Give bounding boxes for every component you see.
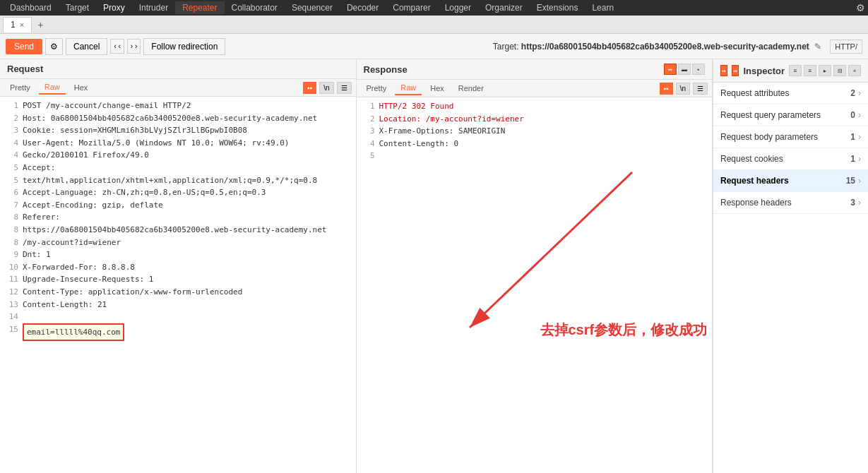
inspector-items-list: Request attributes 2 › Request query par… bbox=[713, 83, 868, 214]
nav-proxy[interactable]: Proxy bbox=[96, 1, 132, 14]
inspector-icon-4[interactable]: ⊟ bbox=[833, 65, 846, 76]
request-tab-pretty[interactable]: Pretty bbox=[4, 81, 36, 94]
inspector-icon-1[interactable]: ≡ bbox=[789, 65, 802, 76]
inspector-item-count: 1 bbox=[850, 154, 855, 164]
inspector-chevron-icon: › bbox=[858, 132, 861, 142]
line-number: 15 bbox=[6, 323, 18, 342]
line-number: 1 bbox=[6, 100, 18, 112]
inspector-item-3[interactable]: Request cookies 1 › bbox=[713, 148, 868, 170]
follow-redirection-button[interactable]: Follow redirection bbox=[143, 38, 225, 55]
line-number: 8 bbox=[6, 211, 18, 224]
request-line: /my-account?id=wiener bbox=[23, 236, 121, 249]
inspector-item-label: Request attributes bbox=[720, 88, 850, 98]
toolbar-settings-button[interactable]: ⚙ bbox=[45, 38, 63, 55]
inspector-item-label: Request body parameters bbox=[720, 132, 850, 142]
nav-comparer[interactable]: Comparer bbox=[386, 1, 437, 14]
nav-next-button[interactable]: › › bbox=[127, 39, 141, 54]
inspector-view-icon-1[interactable]: ▪▪ bbox=[720, 65, 727, 76]
response-view-icon-btn[interactable]: ▪▪ bbox=[660, 83, 673, 95]
inspector-item-count: 0 bbox=[850, 110, 855, 120]
response-wrap-button[interactable]: \n bbox=[676, 83, 690, 95]
toolbar: Send ⚙ Cancel ‹ ‹ › › Follow redirection… bbox=[0, 34, 868, 59]
response-content[interactable]: 1HTTP/2 302 Found2Location: /my-account?… bbox=[357, 97, 713, 473]
line-number: 5 bbox=[362, 150, 375, 162]
request-line: Upgrade-Insecure-Requests: 1 bbox=[23, 273, 153, 286]
request-view-icon-1[interactable]: ▪▪ bbox=[303, 82, 316, 94]
response-menu-button[interactable]: ☰ bbox=[693, 83, 708, 95]
request-wrap-button[interactable]: \n bbox=[319, 82, 333, 94]
tab-label: 1 bbox=[11, 20, 16, 30]
request-tab-hex[interactable]: Hex bbox=[69, 81, 94, 94]
line-number: 6 bbox=[6, 186, 18, 199]
inspector-item-4[interactable]: Request headers 15 › bbox=[713, 170, 868, 192]
response-tab-pretty[interactable]: Pretty bbox=[361, 82, 393, 95]
add-tab-button[interactable]: + bbox=[32, 18, 49, 32]
inspector-item-count: 2 bbox=[850, 88, 855, 98]
settings-icon[interactable]: ⚙ bbox=[856, 2, 865, 13]
line-number: 10 bbox=[6, 261, 18, 274]
line-number: 1 bbox=[362, 100, 375, 113]
nav-collaborator[interactable]: Collaborator bbox=[225, 1, 285, 14]
request-line: Gecko/20100101 Firefox/49.0 bbox=[23, 149, 149, 162]
request-line: Content-Length: 21 bbox=[23, 299, 107, 311]
response-panel-toolbar: Pretty Raw Hex Render ▪▪ \n ☰ bbox=[357, 80, 713, 97]
nav-organizer[interactable]: Organizer bbox=[478, 1, 530, 14]
request-content[interactable]: 1POST /my-account/change-email HTTP/22Ho… bbox=[0, 97, 356, 473]
cancel-button[interactable]: Cancel bbox=[66, 38, 107, 55]
inspector-item-label: Response headers bbox=[720, 198, 850, 208]
target-info: Target: https://0a68001504bb405682ca6b34… bbox=[493, 42, 821, 52]
response-tab-raw[interactable]: Raw bbox=[395, 81, 422, 95]
inspector-icon-5[interactable]: + bbox=[848, 65, 861, 76]
inspector-item-0[interactable]: Request attributes 2 › bbox=[713, 83, 868, 104]
nav-logger[interactable]: Logger bbox=[438, 1, 478, 14]
send-button[interactable]: Send bbox=[6, 39, 42, 54]
response-line: HTTP/2 302 Found bbox=[379, 100, 454, 113]
response-panel: Response ▪▪ ▬ ▪ Pretty Raw Hex Render ▪▪… bbox=[357, 59, 713, 473]
inspector-item-count: 3 bbox=[850, 198, 855, 208]
request-menu-button[interactable]: ☰ bbox=[337, 82, 352, 94]
request-line: Dnt: 1 bbox=[23, 249, 51, 261]
nav-prev-button[interactable]: ‹ ‹ bbox=[110, 39, 124, 54]
response-view-icon-split[interactable]: ▪▪ bbox=[664, 64, 677, 75]
inspector-chevron-icon: › bbox=[858, 110, 861, 120]
request-line: Referer: bbox=[23, 211, 60, 224]
inspector-item-2[interactable]: Request body parameters 1 › bbox=[713, 126, 868, 148]
nav-decoder[interactable]: Decoder bbox=[340, 1, 386, 14]
request-line: Host: 0a68001504bb405682ca6b34005200e8.w… bbox=[23, 112, 317, 125]
request-line: Accept: bbox=[23, 162, 55, 174]
response-tab-hex[interactable]: Hex bbox=[424, 82, 450, 95]
request-line: Accept-Language: zh-CN,zh;q=0.8,en-US;q=… bbox=[23, 186, 266, 199]
main-layout: Request Pretty Raw Hex ▪▪ \n ☰ 1POST /my… bbox=[0, 59, 868, 473]
inspector-header: ▪▪ ▪▪ Inspector ≡ ≡ ▸ ⊟ + bbox=[713, 59, 868, 83]
nav-learn[interactable]: Learn bbox=[585, 1, 621, 14]
nav-dashboard[interactable]: Dashboard bbox=[3, 1, 59, 14]
request-line: POST /my-account/change-email HTTP/2 bbox=[23, 100, 191, 112]
http-version-badge[interactable]: HTTP/ bbox=[830, 40, 862, 54]
request-tab-raw[interactable]: Raw bbox=[39, 80, 66, 95]
nav-repeater[interactable]: Repeater bbox=[175, 1, 224, 14]
request-line: X-Forwarded-For: 8.8.8.8 bbox=[23, 261, 135, 274]
response-view-icon-mini[interactable]: ▪ bbox=[692, 64, 705, 75]
tab-bar: 1 × + bbox=[0, 16, 868, 34]
inspector-chevron-icon: › bbox=[858, 198, 861, 208]
inspector-icon-3[interactable]: ▸ bbox=[819, 65, 831, 76]
nav-extensions[interactable]: Extensions bbox=[530, 1, 585, 14]
line-number: 8 bbox=[6, 236, 18, 249]
inspector-item-5[interactable]: Response headers 3 › bbox=[713, 192, 868, 214]
tab-close-button[interactable]: × bbox=[20, 20, 24, 29]
repeater-tab-1[interactable]: 1 × bbox=[3, 17, 32, 32]
response-view-icon-full[interactable]: ▬ bbox=[678, 64, 691, 75]
inspector-item-1[interactable]: Request query parameters 0 › bbox=[713, 104, 868, 126]
response-tab-render[interactable]: Render bbox=[453, 82, 489, 95]
line-number: 7 bbox=[6, 199, 18, 212]
edit-target-icon[interactable]: ✎ bbox=[814, 42, 821, 52]
nav-intruder[interactable]: Intruder bbox=[132, 1, 175, 14]
nav-sequencer[interactable]: Sequencer bbox=[285, 1, 340, 14]
request-line: email=lllll%40qq.com bbox=[23, 323, 124, 342]
nav-target[interactable]: Target bbox=[59, 1, 96, 14]
line-number: 8 bbox=[6, 224, 18, 236]
inspector-view-icon-2[interactable]: ▪▪ bbox=[732, 65, 739, 76]
request-title: Request bbox=[7, 64, 43, 74]
request-line: Cookie: session=XHGMLmi6h3bLVyjSZlr3LlBG… bbox=[23, 124, 247, 137]
inspector-icon-2[interactable]: ≡ bbox=[804, 65, 816, 76]
